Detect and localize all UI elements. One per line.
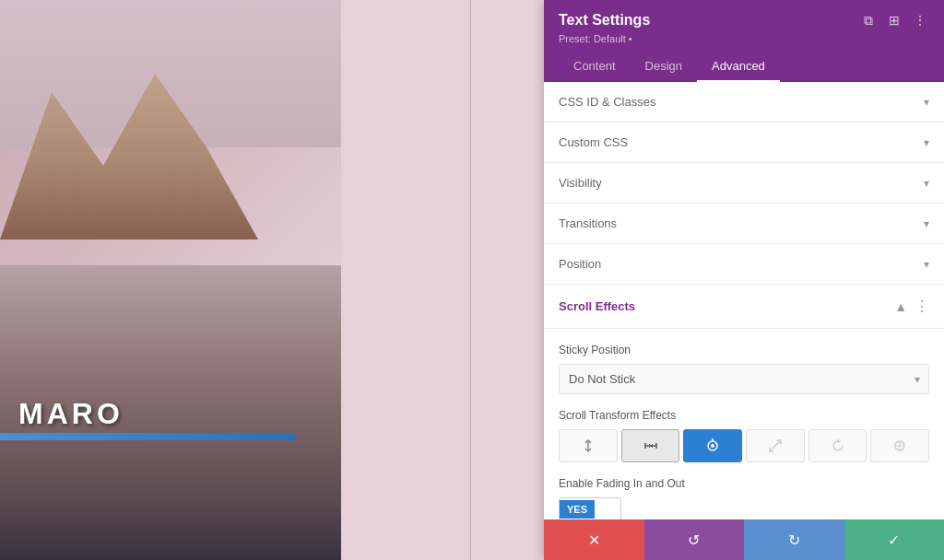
background-area: MARO <box>0 0 544 560</box>
sticky-position-label: Sticky Position <box>559 344 929 356</box>
accordion-transitions-label: Transitions <box>559 216 617 230</box>
accordion-transitions-arrow: ▾ <box>924 217 929 230</box>
transform-icon-scale[interactable] <box>746 429 805 462</box>
accordion-custom-css-label: Custom CSS <box>559 135 628 149</box>
settings-panel: Text Settings ⧉ ⊞ ⋮ Preset: Default • Co… <box>544 0 944 560</box>
camaro-text: MARO <box>18 397 124 431</box>
enable-fading-label: Enable Fading In and Out <box>559 477 929 490</box>
accordion-css-id-label: CSS ID & Classes <box>559 95 655 109</box>
tab-content[interactable]: Content <box>559 52 631 82</box>
bg-divider <box>470 0 471 560</box>
save-icon: ✓ <box>888 531 900 549</box>
bg-pink-panel <box>341 0 544 560</box>
panel-preset: Preset: Default • <box>559 33 929 44</box>
scroll-effects-more-icon[interactable]: ⋮ <box>914 298 929 315</box>
fading-toggle[interactable]: YES <box>559 497 621 519</box>
scroll-transform-label: Scroll Transform Effects <box>559 409 929 422</box>
accordion-position-arrow: ▾ <box>924 258 929 271</box>
accordion-position-header[interactable]: Position ▾ <box>544 244 944 284</box>
cancel-button[interactable]: ✕ <box>544 519 644 560</box>
tab-design[interactable]: Design <box>631 52 697 82</box>
transform-icons-row <box>559 429 929 462</box>
transform-icon-vertical[interactable] <box>559 429 618 462</box>
grid-icon[interactable]: ⊞ <box>885 11 903 29</box>
reset-button[interactable]: ↺ <box>644 519 745 560</box>
panel-body: CSS ID & Classes ▾ Custom CSS ▾ Visibili… <box>544 82 944 519</box>
car-stripe <box>0 433 295 440</box>
panel-header-top: Text Settings ⧉ ⊞ ⋮ <box>559 11 929 29</box>
accordion-css-id-header[interactable]: CSS ID & Classes ▾ <box>544 82 944 122</box>
tab-advanced[interactable]: Advanced <box>697 52 780 82</box>
accordion-position: Position ▾ <box>544 244 944 285</box>
header-icons: ⧉ ⊞ ⋮ <box>859 11 929 29</box>
accordion-visibility: Visibility ▾ <box>544 163 944 204</box>
panel-title: Text Settings <box>559 12 650 29</box>
redo-button[interactable]: ↻ <box>744 519 844 560</box>
panel-tabs: Content Design Advanced <box>559 52 929 82</box>
cancel-icon: ✕ <box>588 531 600 549</box>
transform-icon-blur[interactable] <box>870 429 929 462</box>
accordion-visibility-header[interactable]: Visibility ▾ <box>544 163 944 203</box>
accordion-css-id: CSS ID & Classes ▾ <box>544 82 944 122</box>
accordion-custom-css-header[interactable]: Custom CSS ▾ <box>544 122 944 162</box>
sticky-position-select[interactable]: Do Not Stick Stick to Top Stick to Botto… <box>559 364 929 394</box>
accordion-custom-css-arrow: ▾ <box>924 136 929 149</box>
accordion-css-id-arrow: ▾ <box>924 96 929 109</box>
sticky-position-wrapper: Do Not Stick Stick to Top Stick to Botto… <box>559 364 929 394</box>
fading-yes: YES <box>560 500 595 519</box>
scroll-effects-header[interactable]: Scroll Effects ▲ ⋮ <box>544 285 944 329</box>
accordion-visibility-arrow: ▾ <box>924 177 929 190</box>
accordion-transitions: Transitions ▾ <box>544 204 944 244</box>
svg-line-9 <box>770 440 781 451</box>
transform-icon-rotate[interactable] <box>683 429 742 462</box>
accordion-transitions-header[interactable]: Transitions ▾ <box>544 204 944 243</box>
fading-no-area <box>595 498 620 519</box>
redo-icon: ↻ <box>788 531 800 549</box>
copy-icon[interactable]: ⧉ <box>859 11 878 29</box>
reset-icon: ↺ <box>688 531 700 549</box>
scroll-effects-collapse-arrow[interactable]: ▲ <box>894 299 907 314</box>
scroll-effects-body: Sticky Position Do Not Stick Stick to To… <box>544 329 944 519</box>
panel-header: Text Settings ⧉ ⊞ ⋮ Preset: Default • Co… <box>544 0 944 82</box>
accordion-position-label: Position <box>559 257 601 271</box>
bottom-toolbar: ✕ ↺ ↻ ✓ <box>544 519 944 560</box>
more-icon[interactable]: ⋮ <box>911 11 929 29</box>
transform-icon-horizontal[interactable] <box>621 429 680 462</box>
enable-fading-row: Enable Fading In and Out YES <box>559 477 929 519</box>
scroll-effects-right: ▲ ⋮ <box>894 298 929 315</box>
accordion-visibility-label: Visibility <box>559 176 602 190</box>
transform-icon-spin[interactable] <box>808 429 867 462</box>
svg-point-7 <box>711 444 714 448</box>
accordion-custom-css: Custom CSS ▾ <box>544 122 944 163</box>
scroll-effects-label: Scroll Effects <box>559 299 635 313</box>
save-button[interactable]: ✓ <box>844 519 945 560</box>
